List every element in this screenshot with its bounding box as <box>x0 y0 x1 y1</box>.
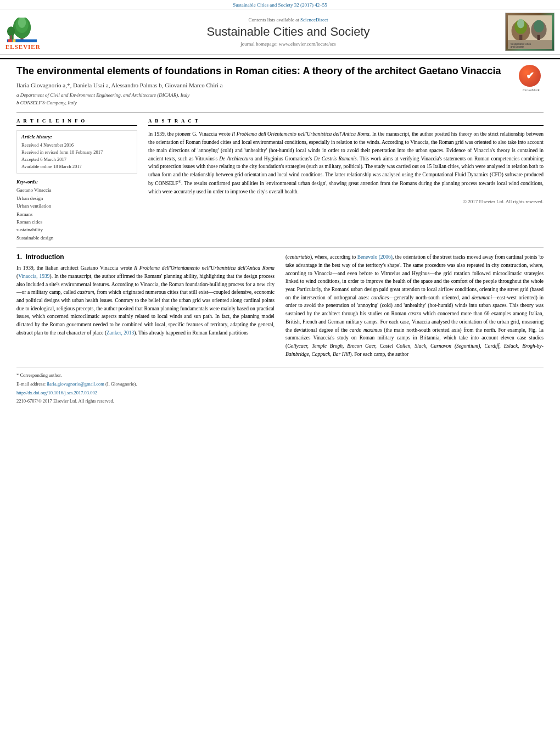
article-info-heading: A R T I C L E I N F O <box>16 118 137 126</box>
keyword-6: sustainability <box>16 226 137 233</box>
article-history-label: Article history: <box>21 134 132 140</box>
left-column: A R T I C L E I N F O Article history: R… <box>16 118 137 242</box>
body-col-left: 1. Introduction In 1939, the Italian arc… <box>16 253 275 361</box>
svg-point-14 <box>517 19 524 28</box>
email-line: E-mail address: ilaria.giovagnorio@gmail… <box>16 381 544 388</box>
sciencedirect-link[interactable]: ScienceDirect <box>300 17 328 23</box>
svg-text:and Society: and Society <box>511 46 524 48</box>
journal-citation: Sustainable Cities and Society 32 (2017)… <box>233 2 327 8</box>
keyword-3: Urban ventilation <box>16 202 137 210</box>
ref-zanker2013[interactable]: Zanker, 2013 <box>107 330 134 336</box>
header-top-bar: Sustainable Cities and Society 32 (2017)… <box>0 0 560 9</box>
header-center: Contents lists available at ScienceDirec… <box>82 17 494 47</box>
keyword-7: Sustainable design <box>16 234 137 242</box>
journal-thumbnail: Sustainable Cities and Society <box>505 13 555 51</box>
abstract-heading: A B S T R A C T <box>148 118 544 126</box>
article-content: The environmental elements of foundation… <box>0 59 560 409</box>
abstract-copyright: © 2017 Elsevier Ltd. All rights reserved… <box>148 199 544 204</box>
keyword-4: Romans <box>16 210 137 218</box>
crossmark-logo: ✔ CrossMark <box>519 65 544 90</box>
svg-rect-6 <box>10 35 12 39</box>
contents-available-line: Contents lists available at ScienceDirec… <box>82 17 494 23</box>
body-col2-para1: (centuriatio), where, according to Benev… <box>285 253 544 358</box>
article-info-abstract-section: A R T I C L E I N F O Article history: R… <box>16 118 544 248</box>
elsevier-logo-area: ELSEVIER <box>5 14 82 50</box>
journal-header: Sustainable Cities and Society 32 (2017)… <box>0 0 560 59</box>
abstract-text: In 1939, the pioneer G. Vinaccia wrote I… <box>148 130 544 196</box>
keywords-list: Gaetano Vinaccia Urban design Urban vent… <box>16 186 137 242</box>
header-main: ELSEVIER Contents lists available at Sci… <box>0 9 560 55</box>
crossmark-icon: ✔ <box>519 65 541 87</box>
article-footer: * Corresponding author. E-mail address: … <box>16 367 544 403</box>
corresponding-note: * Corresponding author. <box>16 372 544 379</box>
accepted-date: Accepted 6 March 2017 <box>21 156 132 163</box>
ref-benevolo2006[interactable]: Benevolo (2006) <box>357 254 393 260</box>
body-col-right: (centuriatio), where, according to Benev… <box>285 253 544 361</box>
keyword-2: Urban design <box>16 194 137 202</box>
journal-title: Sustainable Cities and Society <box>82 25 494 39</box>
elsevier-logo: ELSEVIER <box>5 14 71 50</box>
email-address[interactable]: ilaria.giovagnorio@gmail.com <box>47 381 104 387</box>
journal-thumbnail-area: Sustainable Cities and Society <box>494 13 555 51</box>
author-affiliation-b: b CONSELF® Company, Italy <box>16 99 513 107</box>
ref-vinaccia1939[interactable]: Vinaccia, 1939 <box>18 274 49 279</box>
thumbnail-image: Sustainable Cities and Society <box>508 14 552 50</box>
article-title-section: The environmental elements of foundation… <box>16 65 544 113</box>
page-wrapper: Sustainable Cities and Society 32 (2017)… <box>0 0 560 409</box>
keyword-5: Roman cities <box>16 218 137 226</box>
svg-rect-18 <box>537 35 540 40</box>
article-info-box: Article history: Received 4 November 201… <box>16 130 137 174</box>
doi-line[interactable]: http://dx.doi.org/10.1016/j.scs.2017.03.… <box>16 389 544 397</box>
elsevier-tree-icon <box>5 18 38 42</box>
available-online-date: Available online 18 March 2017 <box>21 163 132 170</box>
footer-copyright: 2210-6707/© 2017 Elsevier Ltd. All right… <box>16 398 544 404</box>
article-title: The environmental elements of foundation… <box>16 65 513 77</box>
received-revised-date: Received in revised form 18 February 201… <box>21 149 132 156</box>
svg-rect-10 <box>16 39 20 42</box>
elsevier-brand-text: ELSEVIER <box>5 43 41 50</box>
keyword-1: Gaetano Vinaccia <box>16 186 137 194</box>
author-affiliation-a: a Department of Civil and Environment En… <box>16 92 513 99</box>
article-authors: Ilaria Giovagnorio a,*, Daniela Usai a, … <box>16 82 513 88</box>
svg-point-4 <box>18 18 26 28</box>
received-date: Received 4 November 2016 <box>21 142 132 149</box>
svg-point-5 <box>7 26 15 36</box>
right-column: A B S T R A C T In 1939, the pioneer G. … <box>148 118 544 242</box>
svg-rect-15 <box>519 35 523 40</box>
svg-point-17 <box>534 20 544 32</box>
svg-rect-9 <box>13 39 15 42</box>
section1-title: 1. Introduction <box>16 253 275 261</box>
article-title-text: The environmental elements of foundation… <box>16 65 513 107</box>
body-content: 1. Introduction In 1939, the Italian arc… <box>16 253 544 361</box>
svg-rect-8 <box>8 39 12 42</box>
body-col1-para1: In 1939, the Italian architect Gaetano V… <box>16 264 275 337</box>
crossmark-label: CrossMark <box>519 88 544 92</box>
keywords-label: Keywords: <box>16 179 137 185</box>
journal-homepage: journal homepage: www.elsevier.com/locat… <box>82 41 494 47</box>
